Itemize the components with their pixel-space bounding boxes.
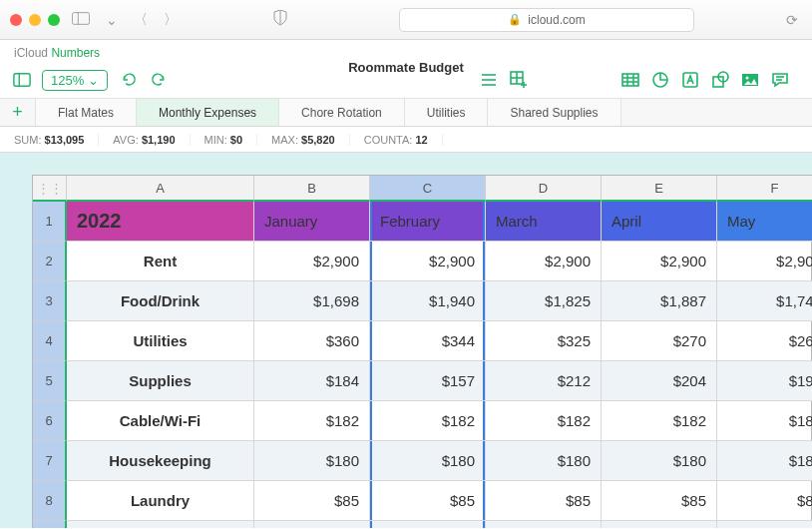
- data-cell[interactable]: $1,698: [254, 281, 370, 321]
- data-cell[interactable]: $204: [602, 361, 717, 401]
- column-header[interactable]: B: [254, 176, 370, 202]
- data-cell[interactable]: $85: [486, 481, 602, 521]
- maximize-window-button[interactable]: [48, 14, 60, 26]
- data-cell[interactable]: $191: [717, 361, 812, 401]
- sheet-tab[interactable]: Utilities: [405, 99, 489, 126]
- data-cell[interactable]: $325: [486, 321, 602, 361]
- data-cell[interactable]: $0: [717, 521, 812, 528]
- data-cell[interactable]: $85: [717, 481, 812, 521]
- forward-button[interactable]: 〉: [160, 11, 182, 29]
- data-cell[interactable]: $1,745: [717, 281, 812, 321]
- row-header[interactable]: 5: [33, 361, 67, 401]
- data-cell[interactable]: $180: [602, 441, 717, 481]
- data-cell[interactable]: $85: [602, 481, 717, 521]
- undo-button[interactable]: [116, 68, 140, 92]
- data-cell[interactable]: $180: [486, 441, 602, 481]
- address-bar[interactable]: 🔒 icloud.com: [399, 8, 694, 32]
- sheet-tab[interactable]: Chore Rotation: [279, 99, 405, 126]
- month-header[interactable]: January: [254, 202, 370, 242]
- insert-table-icon[interactable]: [507, 68, 531, 92]
- data-cell[interactable]: $344: [370, 321, 486, 361]
- data-cell[interactable]: $2,900: [486, 242, 602, 281]
- data-cell[interactable]: $264: [717, 321, 812, 361]
- image-icon[interactable]: [738, 68, 762, 92]
- category-cell[interactable]: Utilities: [67, 321, 254, 361]
- row-header[interactable]: 4: [33, 321, 67, 361]
- data-cell[interactable]: $85: [370, 481, 486, 521]
- data-cell[interactable]: $2,900: [602, 242, 717, 281]
- stat-counta[interactable]: COUNTA: 12: [350, 134, 443, 146]
- stat-min[interactable]: MIN: $0: [191, 134, 258, 146]
- data-cell[interactable]: $182: [486, 401, 602, 441]
- data-cell[interactable]: $0: [486, 521, 602, 528]
- sheet-tab[interactable]: Monthly Expenses: [137, 99, 279, 126]
- data-cell[interactable]: $1,887: [602, 281, 717, 321]
- row-header[interactable]: 8: [33, 481, 67, 521]
- data-cell[interactable]: $184: [254, 361, 370, 401]
- row-header[interactable]: 9: [33, 521, 67, 528]
- column-header[interactable]: F: [717, 176, 812, 202]
- row-header[interactable]: 3: [33, 281, 67, 321]
- minimize-window-button[interactable]: [29, 14, 41, 26]
- category-cell[interactable]: Supplies: [67, 361, 254, 401]
- column-header[interactable]: E: [602, 176, 717, 202]
- add-sheet-button[interactable]: +: [0, 99, 36, 126]
- data-cell[interactable]: $2,900: [717, 242, 812, 281]
- back-button[interactable]: 〈: [130, 11, 152, 29]
- comment-icon[interactable]: [768, 68, 792, 92]
- year-header[interactable]: 2022: [67, 202, 254, 242]
- data-cell[interactable]: $182: [254, 401, 370, 441]
- data-cell[interactable]: $212: [486, 361, 602, 401]
- data-cell[interactable]: $0: [254, 521, 370, 528]
- data-cell[interactable]: $0: [370, 521, 486, 528]
- column-header[interactable]: D: [486, 176, 602, 202]
- category-cell[interactable]: Cable/Wi-Fi: [67, 401, 254, 441]
- table-icon[interactable]: [618, 68, 642, 92]
- data-cell[interactable]: $85: [254, 481, 370, 521]
- data-cell[interactable]: $180: [254, 441, 370, 481]
- data-cell[interactable]: $182: [370, 401, 486, 441]
- sheet-tab[interactable]: Flat Mates: [36, 99, 137, 126]
- zoom-control[interactable]: 125%⌄: [42, 70, 108, 91]
- list-icon[interactable]: [477, 68, 501, 92]
- category-cell[interactable]: Laundry: [67, 481, 254, 521]
- data-cell[interactable]: $182: [602, 401, 717, 441]
- month-header[interactable]: April: [602, 202, 717, 242]
- column-header[interactable]: A: [67, 176, 254, 202]
- chevron-down-icon[interactable]: ⌄: [102, 12, 122, 28]
- data-cell[interactable]: $180: [717, 441, 812, 481]
- data-cell[interactable]: $1,940: [370, 281, 486, 321]
- row-header[interactable]: 1: [33, 202, 67, 242]
- shield-icon[interactable]: [269, 10, 291, 29]
- row-header[interactable]: 7: [33, 441, 67, 481]
- data-cell[interactable]: $2,900: [370, 242, 486, 281]
- row-header[interactable]: 6: [33, 401, 67, 441]
- category-cell[interactable]: Housekeeping: [67, 441, 254, 481]
- data-cell[interactable]: $182: [717, 401, 812, 441]
- category-cell[interactable]: Rent: [67, 242, 254, 281]
- data-cell[interactable]: $180: [370, 441, 486, 481]
- sidebar-toggle-icon[interactable]: [68, 12, 94, 28]
- text-icon[interactable]: [678, 68, 702, 92]
- redo-button[interactable]: [148, 68, 172, 92]
- reload-button[interactable]: ⟳: [782, 12, 802, 28]
- data-cell[interactable]: $2,900: [254, 242, 370, 281]
- category-cell[interactable]: Lawn Care: [67, 521, 254, 528]
- month-header[interactable]: February: [370, 202, 486, 242]
- shape-icon[interactable]: [708, 68, 732, 92]
- stat-avg[interactable]: AVG: $1,190: [99, 134, 190, 146]
- select-all-corner[interactable]: ⋮⋮: [33, 176, 67, 202]
- column-header[interactable]: C: [370, 176, 486, 202]
- sheet-tab[interactable]: Shared Supplies: [488, 99, 620, 126]
- data-cell[interactable]: $1,825: [486, 281, 602, 321]
- chart-icon[interactable]: [648, 68, 672, 92]
- stat-sum[interactable]: SUM: $13,095: [0, 134, 99, 146]
- month-header[interactable]: March: [486, 202, 602, 242]
- row-header[interactable]: 2: [33, 242, 67, 281]
- month-header[interactable]: May: [717, 202, 812, 242]
- close-window-button[interactable]: [10, 14, 22, 26]
- data-cell[interactable]: $270: [602, 321, 717, 361]
- data-cell[interactable]: $0: [602, 521, 717, 528]
- stat-max[interactable]: MAX: $5,820: [257, 134, 350, 146]
- data-cell[interactable]: $157: [370, 361, 486, 401]
